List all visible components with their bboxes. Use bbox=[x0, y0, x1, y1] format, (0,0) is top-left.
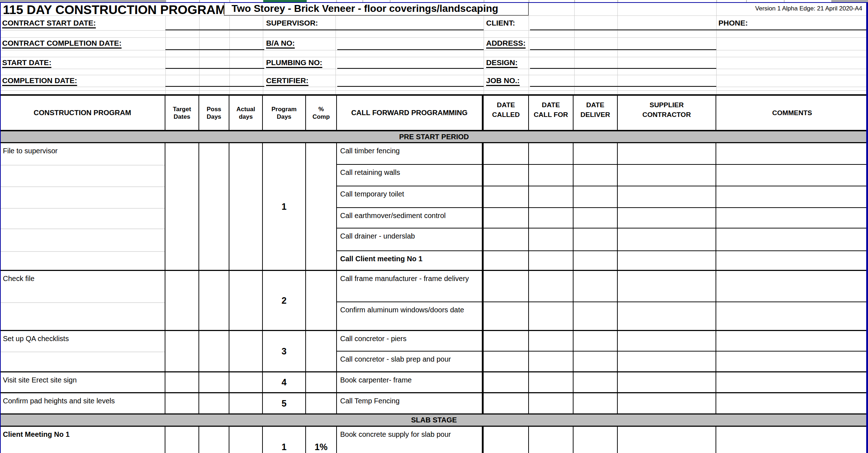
date-call-for-cell[interactable] bbox=[529, 427, 574, 453]
comments-cell[interactable] bbox=[716, 228, 868, 250]
program-cell[interactable]: Confirm pad heights and site levels bbox=[0, 393, 165, 413]
actual-days-cell[interactable] bbox=[229, 372, 263, 392]
pct-comp-cell[interactable]: 1% bbox=[306, 427, 337, 453]
comments-cell[interactable] bbox=[716, 143, 868, 164]
supplier-contractor-cell[interactable] bbox=[618, 393, 716, 413]
pct-comp-cell[interactable] bbox=[306, 331, 337, 371]
pct-comp-cell[interactable] bbox=[306, 143, 337, 270]
date-deliver-cell[interactable] bbox=[574, 165, 618, 186]
date-call-for-cell[interactable] bbox=[529, 271, 574, 302]
date-called-cell[interactable] bbox=[484, 302, 529, 330]
program-days-cell[interactable]: 2 bbox=[263, 271, 306, 330]
poss-days-cell[interactable] bbox=[199, 427, 229, 453]
target-dates-cell[interactable] bbox=[165, 331, 199, 371]
supplier-contractor-cell[interactable] bbox=[618, 186, 716, 207]
comments-cell[interactable] bbox=[716, 251, 868, 270]
subtitle-cell[interactable]: Two Storey - Brick Veneer - floor coveri… bbox=[224, 2, 529, 15]
pct-comp-cell[interactable] bbox=[306, 372, 337, 392]
program-cell[interactable]: File to supervisor bbox=[0, 143, 165, 270]
supplier-contractor-cell[interactable] bbox=[618, 427, 716, 453]
comments-cell[interactable] bbox=[716, 393, 868, 413]
fill-line[interactable] bbox=[530, 49, 716, 50]
date-deliver-cell[interactable] bbox=[574, 393, 618, 413]
date-deliver-cell[interactable] bbox=[574, 143, 618, 164]
target-dates-cell[interactable] bbox=[165, 393, 199, 413]
fill-line[interactable] bbox=[530, 86, 716, 87]
date-called-cell[interactable] bbox=[484, 331, 529, 351]
date-deliver-cell[interactable] bbox=[574, 427, 618, 453]
target-dates-cell[interactable] bbox=[165, 372, 199, 392]
fill-line[interactable] bbox=[530, 68, 716, 69]
comments-cell[interactable] bbox=[716, 352, 868, 371]
date-call-for-cell[interactable] bbox=[529, 165, 574, 186]
program-days-cell[interactable]: 4 bbox=[263, 372, 306, 392]
poss-days-cell[interactable] bbox=[199, 271, 229, 330]
supplier-contractor-cell[interactable] bbox=[618, 331, 716, 351]
supplier-contractor-cell[interactable] bbox=[618, 352, 716, 371]
actual-days-cell[interactable] bbox=[229, 271, 263, 330]
fill-line[interactable] bbox=[530, 30, 868, 30]
date-deliver-cell[interactable] bbox=[574, 251, 618, 270]
actual-days-cell[interactable] bbox=[229, 427, 263, 453]
fill-line[interactable] bbox=[337, 68, 484, 69]
date-called-cell[interactable] bbox=[484, 352, 529, 371]
program-cell[interactable]: Visit site Erect site sign bbox=[0, 372, 165, 392]
pct-comp-cell[interactable] bbox=[306, 393, 337, 413]
target-dates-cell[interactable] bbox=[165, 271, 199, 330]
call-forward-cell[interactable]: Call temporary toilet bbox=[337, 186, 484, 207]
actual-days-cell[interactable] bbox=[229, 393, 263, 413]
supplier-contractor-cell[interactable] bbox=[618, 228, 716, 250]
call-forward-cell[interactable]: Call timber fencing bbox=[337, 143, 484, 164]
date-called-cell[interactable] bbox=[484, 372, 529, 392]
date-call-for-cell[interactable] bbox=[529, 228, 574, 250]
call-forward-cell[interactable]: Book carpenter- frame bbox=[337, 372, 484, 392]
actual-days-cell[interactable] bbox=[229, 331, 263, 371]
comments-cell[interactable] bbox=[716, 271, 868, 302]
fill-line[interactable] bbox=[165, 30, 484, 30]
supplier-contractor-cell[interactable] bbox=[618, 165, 716, 186]
comments-cell[interactable] bbox=[716, 302, 868, 330]
poss-days-cell[interactable] bbox=[199, 393, 229, 413]
program-cell[interactable]: Check file bbox=[0, 271, 165, 330]
date-call-for-cell[interactable] bbox=[529, 143, 574, 164]
actual-days-cell[interactable] bbox=[229, 143, 263, 270]
date-deliver-cell[interactable] bbox=[574, 208, 618, 228]
program-cell[interactable]: Client Meeting No 1 bbox=[0, 427, 165, 453]
call-forward-cell[interactable]: Book concrete supply for slab pour bbox=[337, 427, 484, 453]
comments-cell[interactable] bbox=[716, 372, 868, 392]
supplier-contractor-cell[interactable] bbox=[618, 143, 716, 164]
date-deliver-cell[interactable] bbox=[574, 331, 618, 351]
target-dates-cell[interactable] bbox=[165, 427, 199, 453]
comments-cell[interactable] bbox=[716, 208, 868, 228]
fill-line[interactable] bbox=[165, 49, 264, 50]
date-deliver-cell[interactable] bbox=[574, 302, 618, 330]
supplier-contractor-cell[interactable] bbox=[618, 208, 716, 228]
call-forward-cell[interactable]: Call earthmover/sediment control bbox=[337, 208, 484, 228]
program-days-cell[interactable]: 1 bbox=[263, 143, 306, 270]
date-deliver-cell[interactable] bbox=[574, 186, 618, 207]
date-call-for-cell[interactable] bbox=[529, 251, 574, 270]
poss-days-cell[interactable] bbox=[199, 372, 229, 392]
comments-cell[interactable] bbox=[716, 331, 868, 351]
date-called-cell[interactable] bbox=[484, 271, 529, 302]
poss-days-cell[interactable] bbox=[199, 331, 229, 371]
call-forward-cell[interactable]: Call concretor - piers bbox=[337, 331, 484, 351]
date-called-cell[interactable] bbox=[484, 143, 529, 164]
call-forward-cell[interactable]: Confirm aluminum windows/doors date bbox=[337, 302, 484, 330]
date-deliver-cell[interactable] bbox=[574, 372, 618, 392]
fill-line[interactable] bbox=[337, 49, 484, 50]
date-called-cell[interactable] bbox=[484, 427, 529, 453]
date-call-for-cell[interactable] bbox=[529, 186, 574, 207]
call-forward-cell[interactable]: Call retaining walls bbox=[337, 165, 484, 186]
date-call-for-cell[interactable] bbox=[529, 302, 574, 330]
call-forward-cell[interactable]: Call Temp Fencing bbox=[337, 393, 484, 413]
date-call-for-cell[interactable] bbox=[529, 331, 574, 351]
comments-cell[interactable] bbox=[716, 186, 868, 207]
pct-comp-cell[interactable] bbox=[306, 271, 337, 330]
fill-line[interactable] bbox=[165, 86, 264, 87]
date-deliver-cell[interactable] bbox=[574, 228, 618, 250]
comments-cell[interactable] bbox=[716, 427, 868, 453]
date-called-cell[interactable] bbox=[484, 165, 529, 186]
call-forward-cell[interactable]: Call drainer - underslab bbox=[337, 228, 484, 250]
fill-line[interactable] bbox=[165, 68, 264, 69]
